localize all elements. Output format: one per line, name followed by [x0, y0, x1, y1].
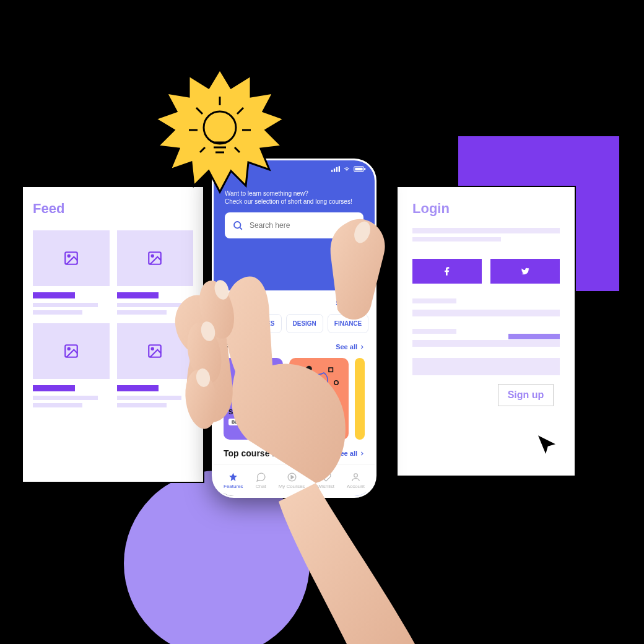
course-card[interactable]: [355, 358, 365, 440]
list-item[interactable]: [33, 323, 110, 407]
tab-wishlist[interactable]: Wishlist: [317, 472, 334, 489]
course-art: [294, 363, 344, 406]
course-name: Learn Salsa: [294, 408, 344, 416]
idea-burst: [152, 66, 288, 202]
wifi-icon: [342, 166, 351, 172]
course-card[interactable]: Learn Salsa DANCE99 hrs: [289, 358, 349, 440]
course-art: [228, 363, 278, 406]
course-tag: DANCE: [294, 419, 316, 425]
facebook-button[interactable]: [412, 259, 482, 284]
see-all-featured[interactable]: See all: [336, 343, 365, 350]
battery-icon: [354, 166, 366, 172]
tab-label: Features: [224, 484, 243, 489]
signup-button[interactable]: Sign up: [498, 384, 554, 406]
forgot-password-link[interactable]: [508, 334, 560, 339]
svg-rect-20: [329, 368, 333, 372]
svg-rect-11: [339, 166, 340, 172]
chevron-right-icon: [359, 344, 365, 350]
feed-title: Feed: [33, 201, 193, 217]
course-hours: 24 hrs: [260, 419, 275, 425]
tab-bar: Features Chat My Courses Wishlist Accoun…: [214, 464, 375, 496]
svg-point-16: [236, 368, 241, 373]
chip-design[interactable]: DESIGN: [286, 314, 323, 333]
label-placeholder: [412, 329, 456, 334]
cursor-icon: [534, 432, 560, 458]
search-icon: [232, 220, 243, 231]
email-field[interactable]: [412, 310, 560, 316]
phone-mockup: Want to learn something new? Check our s…: [212, 159, 376, 498]
text-placeholder: [412, 237, 501, 242]
svg-rect-9: [334, 168, 335, 172]
login-button[interactable]: [412, 358, 560, 375]
tab-chat[interactable]: Chat: [256, 472, 266, 489]
course-name: Strategy: [228, 408, 278, 416]
svg-point-1: [67, 255, 69, 257]
chevron-right-icon: [359, 451, 365, 456]
tab-label: Chat: [256, 484, 266, 489]
heart-icon: [321, 472, 331, 482]
chip-finance[interactable]: FINANCE: [328, 314, 368, 333]
twitter-button[interactable]: [490, 259, 560, 284]
categories-title: Categories: [224, 298, 268, 308]
svg-point-18: [254, 388, 258, 392]
top-sport-title: Top course in Sport: [224, 448, 305, 458]
login-title: Login: [412, 201, 560, 217]
svg-rect-17: [261, 367, 265, 371]
play-icon: [287, 472, 297, 482]
status-bar: [331, 166, 366, 172]
see-all-categories[interactable]: See all: [336, 299, 365, 307]
facebook-icon: [442, 266, 452, 276]
image-placeholder: [117, 323, 194, 379]
list-item[interactable]: [117, 323, 194, 407]
feed-grid: [33, 230, 193, 407]
svg-marker-37: [155, 69, 284, 192]
see-all-sport[interactable]: See all: [336, 450, 365, 457]
svg-point-7: [152, 348, 154, 350]
login-card: Login Sign up: [396, 186, 576, 477]
chevron-right-icon: [359, 300, 365, 306]
twitter-icon: [520, 266, 530, 276]
password-field[interactable]: [412, 340, 560, 347]
svg-point-29: [354, 473, 358, 477]
user-icon: [350, 472, 361, 482]
tab-label: Wishlist: [317, 484, 334, 489]
search-field[interactable]: [250, 221, 356, 230]
search-input[interactable]: [225, 212, 363, 238]
chip-all-courses[interactable]: ALL COURSES: [224, 314, 282, 333]
tab-my-courses[interactable]: My Courses: [279, 472, 305, 489]
svg-point-22: [306, 366, 312, 372]
svg-rect-8: [331, 170, 333, 172]
tab-label: Account: [347, 484, 365, 489]
feed-card: Feed: [22, 186, 204, 483]
signal-icon: [331, 166, 340, 172]
svg-rect-14: [364, 168, 365, 170]
tab-label: My Courses: [279, 484, 305, 489]
svg-point-3: [152, 255, 154, 257]
tab-account[interactable]: Account: [347, 472, 365, 489]
course-hours: 99 hrs: [319, 419, 334, 425]
tab-features[interactable]: Features: [224, 472, 243, 489]
list-item[interactable]: [117, 230, 194, 315]
chat-icon: [256, 472, 266, 482]
image-placeholder: [33, 230, 110, 286]
svg-point-15: [234, 222, 241, 228]
svg-point-21: [334, 381, 338, 385]
image-placeholder: [33, 323, 110, 379]
text-placeholder: [412, 228, 560, 233]
label-placeholder: [412, 298, 456, 303]
list-item[interactable]: [33, 230, 110, 315]
image-placeholder: [117, 230, 194, 286]
star-icon: [228, 472, 238, 482]
featured-title: Featured: [224, 342, 260, 352]
course-card[interactable]: Strategy BUSINESS24 hrs: [224, 358, 283, 440]
svg-point-19: [245, 364, 251, 370]
course-tag: BUSINESS: [228, 419, 257, 425]
svg-rect-10: [336, 167, 337, 172]
svg-point-5: [67, 348, 69, 350]
svg-rect-13: [355, 168, 362, 171]
